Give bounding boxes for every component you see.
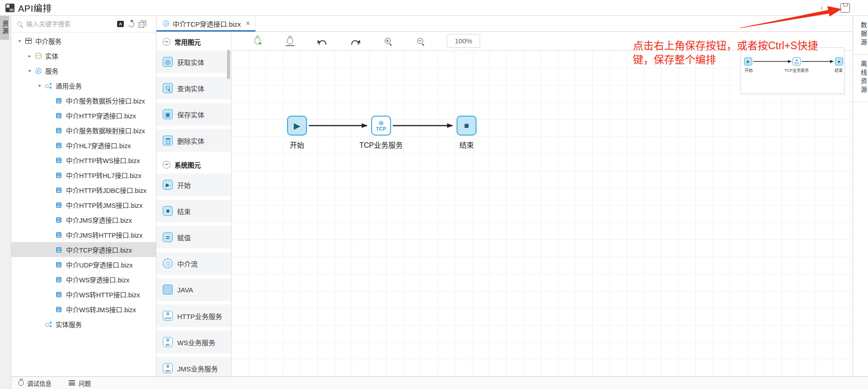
debug-run-button[interactable] — [251, 35, 263, 47]
tree-item[interactable]: 实体 — [11, 48, 156, 63]
search-input[interactable] — [26, 20, 117, 28]
bottom-bar-item[interactable]: 问题 — [69, 379, 91, 388]
palette-row[interactable]: 中介流 — [156, 252, 231, 275]
tree-item[interactable]: 中介服务 — [11, 33, 156, 48]
zoom-in-button[interactable] — [382, 35, 393, 47]
tree-item[interactable]: 中介JMS穿透接口.bizx — [11, 212, 156, 227]
redo-button[interactable] — [349, 35, 361, 47]
undo-button[interactable] — [316, 35, 328, 47]
palette-item-label: 保存实体 — [177, 110, 204, 119]
debug-deploy-button[interactable] — [284, 35, 296, 47]
tree-item[interactable]: 中介服务数据映射接口.bizx — [11, 123, 156, 138]
bottom-bar: 调试信息 问题 — [11, 376, 868, 389]
collapse-section-icon[interactable] — [163, 161, 170, 169]
tree-item-label: 中介服务数据拆分接口.bizx — [66, 96, 145, 105]
canvas-grid[interactable] — [231, 51, 853, 376]
zoom-out-button[interactable] — [414, 35, 426, 47]
palette-row[interactable]: 开始 — [156, 173, 231, 196]
bottom-bar-item-label: 调试信息 — [27, 379, 52, 388]
tree-item-label: 中介服务 — [35, 36, 61, 46]
node-start[interactable] — [287, 116, 307, 136]
tree-item[interactable]: 中介HTTP转JDBC接口.bizx — [11, 183, 156, 197]
tree-item[interactable]: 通用业务 — [11, 78, 156, 93]
palette-row[interactable]: 删除实体 — [156, 129, 231, 152]
node-end[interactable] — [457, 116, 476, 136]
rail-tab[interactable]: 数据源 — [853, 16, 868, 55]
work-area: 中介TCP穿透接口.bizx × 常用图元 获取实体 — [156, 16, 853, 376]
palette-row[interactable]: JMS JMS业务服务 — [156, 357, 231, 376]
app-logo-icon — [5, 4, 14, 12]
tree-item[interactable]: 中介JMS转HTTP接口.bizx — [11, 227, 156, 242]
palette-item-label: JAVA — [177, 286, 193, 294]
zoom-in-icon — [385, 38, 391, 44]
rail-tab-resources[interactable]: 资源 — [0, 16, 9, 40]
palette-scrollbar[interactable] — [227, 50, 230, 79]
undo-icon — [319, 40, 326, 45]
caret-icon[interactable] — [38, 83, 45, 88]
caret-icon[interactable] — [19, 38, 25, 43]
node-tcp-service[interactable]: TCP — [371, 116, 391, 136]
tab-close-icon[interactable]: × — [246, 20, 250, 27]
tree-item[interactable]: 中介UDP穿透接口.bizx — [11, 257, 156, 272]
palette-item-label: 系统图元 — [175, 160, 201, 169]
zoom-level-button[interactable]: 100% — [447, 34, 480, 48]
collapse-all-icon[interactable] — [139, 22, 144, 28]
tree-item[interactable]: 中介HTTP转HL7接口.bizx — [11, 168, 156, 183]
annotation-line-1: 点击右上角保存按钮，或者按Ctrl+S快捷 — [633, 39, 818, 53]
caret-icon[interactable] — [28, 68, 35, 73]
tree-item-icon — [56, 143, 61, 148]
palette-row[interactable]: HTTP HTTP业务服务 — [156, 305, 231, 327]
palette-item-icon — [163, 109, 173, 119]
explorer-search-row — [11, 16, 156, 33]
tree-item-icon — [56, 307, 61, 312]
resource-explorer: 中介服务 实体 服务 通用业务 中介服务 — [11, 16, 156, 376]
palette-item-icon: HTTP — [163, 311, 173, 321]
bottom-bar-item-label: 问题 — [79, 379, 91, 388]
tree-item[interactable]: 中介HTTP转JMS接口.bizx — [11, 197, 156, 212]
palette-row[interactable]: 系统图元 — [156, 155, 231, 173]
locale-toggle-icon[interactable] — [117, 21, 124, 27]
tree-item[interactable]: 中介TCP穿透接口.bizx — [11, 242, 156, 257]
palette-row[interactable]: WS WS业务服务 — [156, 331, 231, 353]
palette-row[interactable]: 赋值 — [156, 226, 231, 248]
tree-item[interactable]: 中介HL7穿透接口.bizx — [11, 138, 156, 153]
tree-item-icon — [56, 187, 61, 193]
palette-row[interactable]: 保存实体 — [156, 103, 231, 126]
nav-back-icon[interactable]: ‹ — [821, 4, 823, 12]
header-actions: ‹ › — [821, 3, 863, 13]
save-button[interactable] — [840, 3, 850, 13]
tree-item[interactable]: 中介HTTP穿透接口.bizx — [11, 108, 156, 123]
tree-item-label: 中介WS穿透接口.bizx — [66, 275, 129, 284]
tree-item-icon — [56, 128, 61, 133]
palette-row[interactable]: JAVA — [156, 278, 231, 301]
nav-forward-icon[interactable]: › — [830, 4, 833, 12]
tree-item-label: 中介HL7穿透接口.bizx — [66, 141, 131, 150]
tree-item[interactable]: 中介HTTP转WS接口.bizx — [11, 153, 156, 168]
palette-item-label: 获取实体 — [177, 57, 204, 67]
palette-row[interactable]: 查询实体 — [156, 77, 231, 99]
palette-row[interactable]: 获取实体 — [156, 51, 231, 73]
tree-item-icon — [35, 53, 42, 59]
tree-item-icon — [56, 173, 61, 178]
palette-row[interactable]: 常用图元 — [156, 33, 231, 51]
palette-item-label: WS业务服务 — [177, 337, 215, 347]
rail-tab[interactable]: 离线资源 — [853, 55, 868, 102]
bottom-bar-item[interactable]: 调试信息 — [19, 379, 52, 388]
refresh-icon[interactable] — [127, 20, 135, 28]
tree-item[interactable]: 实体服务 — [11, 317, 156, 332]
caret-icon[interactable] — [28, 53, 35, 58]
zoom-out-icon — [417, 38, 423, 44]
tree-item[interactable]: 中介WS转JMS接口.bizx — [11, 302, 156, 317]
palette-item-label: 查询实体 — [177, 84, 204, 93]
palette-row[interactable]: 结束 — [156, 200, 231, 222]
tree-item[interactable]: 中介服务数据拆分接口.bizx — [11, 93, 156, 108]
resource-tree: 中介服务 实体 服务 通用业务 中介服务 — [11, 33, 156, 332]
left-rail: 资源 — [0, 16, 11, 389]
collapse-section-icon[interactable] — [163, 38, 170, 46]
tree-item[interactable]: 服务 — [11, 63, 156, 78]
flow-canvas[interactable]: 100% TCP 开始 TCP业务服务 结束 — [231, 32, 853, 376]
tab-bizx-file[interactable]: 中介TCP穿透接口.bizx × — [156, 16, 256, 31]
tree-item[interactable]: 中介WS穿透接口.bizx — [11, 272, 156, 287]
tree-item[interactable]: 中介WS转HTTP接口.bizx — [11, 287, 156, 302]
palette-item-label: JMS业务服务 — [177, 364, 218, 373]
